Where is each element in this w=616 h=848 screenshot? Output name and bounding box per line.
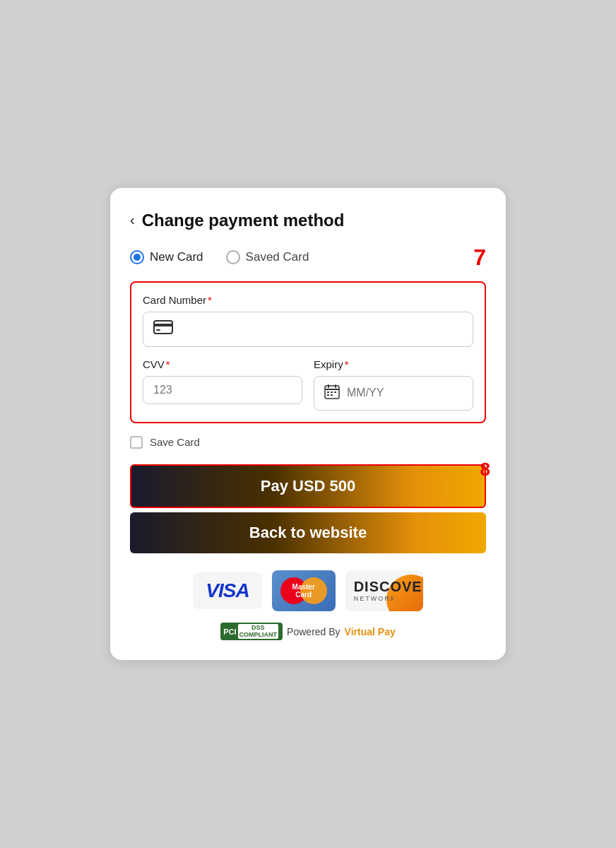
discover-sub: NETWORK: [354, 595, 396, 602]
back-to-website-button[interactable]: Back to website: [130, 512, 486, 553]
svg-rect-9: [334, 391, 336, 393]
credit-card-icon: [153, 319, 173, 339]
card-number-label: Card Number*: [143, 294, 473, 306]
calendar-icon: [324, 384, 340, 403]
expiry-label: Expiry*: [314, 358, 473, 370]
page-header: ‹ Change payment method: [130, 211, 486, 230]
cvv-expiry-row: CVV* Expiry*: [143, 358, 473, 411]
saved-card-radio[interactable]: [226, 250, 240, 264]
pay-button-label: Pay USD 500: [261, 477, 356, 495]
cvv-required: *: [166, 358, 170, 370]
mastercard-text: MasterCard: [292, 583, 315, 599]
powered-by-text: Powered By: [287, 626, 340, 637]
cvv-input[interactable]: [153, 384, 292, 396]
cvv-input-wrapper: [143, 376, 302, 404]
svg-rect-5: [328, 384, 329, 388]
pci-text: PCI: [223, 628, 236, 636]
powered-by-row: PCI DSSCOMPLIANT Powered By Virtual Pay: [130, 623, 486, 641]
svg-rect-11: [331, 394, 333, 396]
svg-rect-10: [327, 394, 329, 396]
payment-card: ‹ Change payment method New Card Saved C…: [110, 188, 506, 661]
card-number-input[interactable]: [180, 323, 463, 336]
discover-logo: DISCOVER NETWORK: [345, 570, 423, 611]
payment-logos: VISA MasterCard DISCOVER NETWORK: [130, 570, 486, 611]
svg-rect-2: [156, 329, 160, 331]
back-button[interactable]: ‹: [130, 212, 135, 228]
badge-8: 8: [480, 459, 490, 481]
virtual-pay-label: Virtual Pay: [345, 626, 396, 637]
new-card-label: New Card: [150, 250, 203, 264]
back-button-label: Back to website: [249, 524, 367, 542]
card-form-section: Card Number* CVV*: [130, 281, 486, 423]
discover-text: DISCOVER: [354, 579, 423, 595]
expiry-input[interactable]: [347, 387, 463, 399]
save-card-row: Save Card: [130, 436, 486, 449]
expiry-input-wrapper: [314, 376, 473, 411]
pay-button-container: Pay USD 500 8 ←: [130, 464, 486, 508]
pci-dss-text: DSSCOMPLIANT: [238, 624, 279, 640]
svg-rect-7: [327, 391, 329, 393]
saved-card-label: Saved Card: [246, 250, 309, 264]
save-card-label: Save Card: [150, 436, 200, 448]
pay-button[interactable]: Pay USD 500: [130, 464, 486, 508]
cvv-label: CVV*: [143, 358, 302, 370]
payment-method-tabs: New Card Saved Card 7: [130, 246, 486, 269]
cvv-field-group: CVV*: [143, 358, 302, 411]
svg-rect-8: [331, 391, 333, 393]
svg-rect-1: [154, 324, 172, 326]
expiry-required: *: [345, 358, 349, 370]
card-number-input-wrapper: [143, 312, 473, 347]
tab-saved-card[interactable]: Saved Card: [226, 250, 309, 264]
page-title: Change payment method: [142, 211, 345, 230]
mastercard-logo: MasterCard: [272, 570, 336, 611]
tab-new-card[interactable]: New Card: [130, 250, 203, 264]
svg-rect-4: [325, 389, 339, 390]
expiry-field-group: Expiry*: [314, 358, 473, 411]
pci-badge: PCI DSSCOMPLIANT: [220, 623, 283, 641]
svg-rect-6: [335, 384, 336, 388]
badge-7: 7: [473, 246, 486, 269]
svg-rect-0: [154, 321, 172, 334]
new-card-radio[interactable]: [130, 250, 144, 264]
save-card-checkbox[interactable]: [130, 436, 143, 449]
visa-logo: VISA: [193, 572, 261, 609]
card-number-required: *: [208, 294, 212, 306]
